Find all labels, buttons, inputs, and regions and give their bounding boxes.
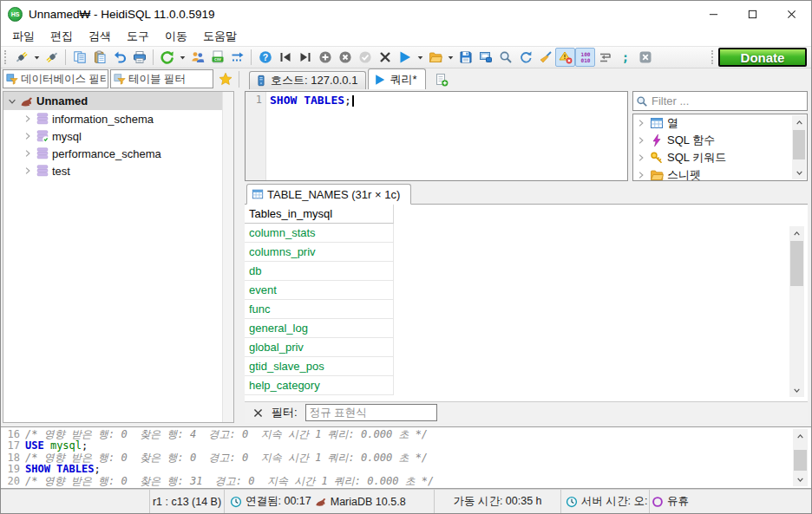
main-area: Unnamed information_schemamysqlperforman… [1, 89, 811, 426]
connect-dropdown-button[interactable] [31, 48, 42, 67]
helper-item-sql-keyword[interactable]: SQL 키워드 [633, 149, 807, 166]
helper-item-snippet[interactable]: 스니펫 [633, 166, 807, 181]
table-row[interactable]: global_priv [245, 338, 394, 357]
database-filter-input[interactable] [3, 69, 108, 88]
close-button[interactable] [772, 1, 811, 27]
last-record-button[interactable] [295, 48, 315, 67]
delete-record-button[interactable] [335, 48, 355, 67]
result-grid-scrollbar[interactable] [789, 226, 804, 397]
delimiter-button[interactable]: ; [615, 48, 635, 67]
data-transfer-button[interactable] [227, 48, 247, 67]
close-query-tab-button[interactable] [635, 48, 655, 67]
helper-filter-field[interactable] [652, 94, 804, 107]
connect-button[interactable] [11, 48, 31, 67]
export-grid-rows-button[interactable]: csv [207, 48, 227, 67]
stop-on-errors-button[interactable] [555, 48, 575, 67]
scroll-up-button[interactable] [792, 115, 806, 129]
scrollbar-thumb[interactable] [790, 241, 803, 286]
table-row[interactable]: event [245, 281, 394, 300]
load-sql-file-button[interactable] [425, 48, 445, 67]
menu-help[interactable]: 도움말 [195, 27, 245, 46]
copy-button[interactable] [69, 48, 89, 67]
open-dropdown-button[interactable] [445, 48, 455, 67]
table-row[interactable]: general_log [245, 319, 394, 338]
result-tab-table-names[interactable]: TABLE_NAMES (31r × 1c) [246, 184, 411, 205]
table-row[interactable]: gtid_slave_pos [245, 357, 394, 376]
replace-text-button[interactable] [515, 48, 535, 67]
scrollbar-thumb[interactable] [793, 130, 805, 159]
database-filter-icon [6, 73, 18, 85]
tab-host[interactable]: 호스트: 127.0.0.1 [249, 71, 366, 89]
scroll-up-button[interactable] [789, 226, 804, 240]
helper-scrollbar[interactable] [792, 115, 806, 179]
minimize-button[interactable] [694, 1, 733, 27]
status-text: 서버 시간: 오: [581, 494, 647, 509]
menu-goto[interactable]: 이동 [157, 27, 195, 46]
first-record-button[interactable] [275, 48, 295, 67]
panel-splitter[interactable] [234, 91, 245, 423]
helper-item-sql-function[interactable]: SQL 함수 [633, 132, 807, 149]
chevron-expanded-icon [7, 96, 17, 107]
log-scrollbar[interactable] [793, 429, 808, 486]
helper-item-columns[interactable]: 열 [633, 114, 807, 132]
cancel-editing-button[interactable] [375, 48, 395, 67]
save-sql-button[interactable] [455, 48, 475, 67]
table-row[interactable]: column_stats [245, 224, 394, 243]
database-filter-field[interactable] [21, 73, 106, 85]
regex-filter-field[interactable] [305, 404, 437, 421]
binary-view-button[interactable]: 100010 [575, 48, 595, 67]
tree-node-information_schema[interactable]: information_schema [3, 110, 233, 127]
post-record-button[interactable] [355, 48, 375, 67]
scroll-down-button[interactable] [789, 383, 804, 397]
sql-log-panel: 16/* 영향 받은 행: 0 찾은 행: 4 경고: 0 지속 시간 1 쿼리… [1, 426, 811, 489]
refresh-button[interactable] [157, 48, 177, 67]
print-button[interactable] [129, 48, 149, 67]
user-manager-button[interactable] [187, 48, 207, 67]
clear-query-button[interactable] [535, 48, 555, 67]
refresh-dropdown-button[interactable] [177, 48, 187, 67]
table-filter-input[interactable] [110, 69, 213, 88]
table-row[interactable]: help_category [245, 376, 394, 395]
binary-view-icon: 100010 [579, 50, 593, 64]
scroll-down-button[interactable] [792, 166, 806, 179]
tree-node-performance_schema[interactable]: performance_schema [3, 145, 233, 162]
donate-button[interactable]: Donate [718, 48, 807, 67]
wrap-lines-button[interactable] [595, 48, 615, 67]
scroll-down-button[interactable] [793, 472, 808, 486]
paste-button[interactable] [89, 48, 109, 67]
tree-node-test[interactable]: test [3, 162, 233, 179]
menu-edit[interactable]: 편집 [43, 27, 81, 46]
column-header[interactable]: Tables_in_mysql [245, 205, 394, 224]
menu-file[interactable]: 파일 [4, 27, 43, 46]
table-filter-field[interactable] [128, 73, 211, 85]
tree-scrollbar[interactable] [222, 92, 233, 422]
favorites-button[interactable] [217, 69, 234, 88]
disconnect-button[interactable] [42, 48, 62, 67]
run-dropdown-button[interactable] [415, 48, 425, 67]
status-text: 연결됨: 00:17 [246, 494, 311, 509]
scroll-up-button[interactable] [793, 429, 808, 443]
clear-filter-icon[interactable] [252, 407, 264, 419]
search-icon [636, 95, 648, 107]
undo-button[interactable] [109, 48, 129, 67]
help-button[interactable]: ? [255, 48, 275, 67]
tree-node-session-root[interactable]: Unnamed [3, 92, 233, 110]
add-record-icon [318, 50, 332, 64]
sql-editor[interactable]: 1 SHOW TABLES; [245, 91, 628, 181]
tab-query[interactable]: 쿼리* [368, 68, 425, 89]
menu-search[interactable]: 검색 [81, 27, 119, 46]
chev-closed-icon [23, 131, 33, 141]
run-query-button[interactable] [395, 48, 415, 67]
add-record-button[interactable] [315, 48, 335, 67]
new-query-tab-button[interactable] [433, 70, 451, 88]
menu-tools[interactable]: 도구 [119, 27, 157, 46]
tree-node-mysql[interactable]: mysql [3, 127, 233, 145]
helper-filter-box[interactable] [632, 91, 808, 111]
table-row[interactable]: db [245, 262, 394, 281]
save-snippet-button[interactable] [475, 48, 495, 67]
maximize-button[interactable] [733, 1, 772, 27]
scrollbar-thumb[interactable] [794, 450, 807, 471]
find-text-button[interactable] [495, 48, 515, 67]
table-row[interactable]: columns_priv [245, 243, 394, 262]
table-row[interactable]: func [245, 300, 394, 319]
